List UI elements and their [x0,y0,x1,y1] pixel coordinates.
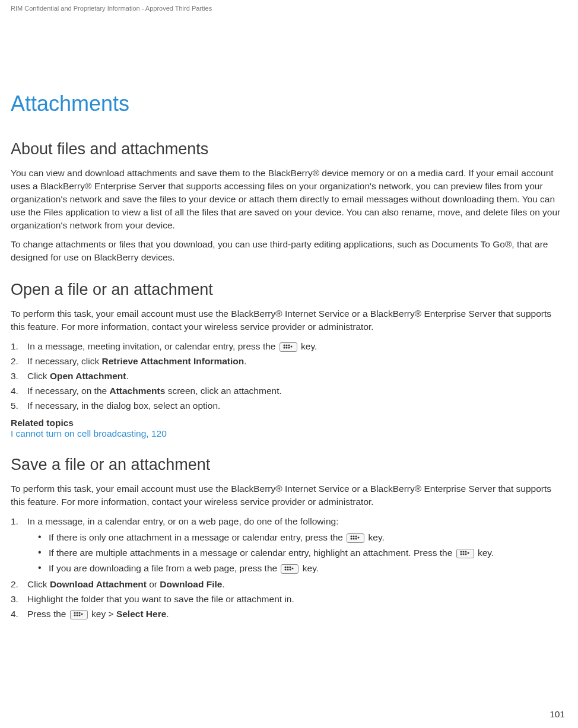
step-bold: Open Attachment [50,371,126,381]
svg-point-31 [76,615,78,616]
step-number: 1. [11,339,27,354]
open-step-1: 1. In a message, meeting invitation, or … [11,339,567,354]
step-text-post: . [222,579,224,589]
svg-point-18 [465,551,466,553]
open-intro: To perform this task, your email account… [11,307,567,333]
step-number: 3. [11,369,27,383]
step-text-post: . [126,371,129,381]
svg-point-5 [288,346,290,348]
step-number: 2. [11,354,27,368]
step-content: Click Download Attachment or Download Fi… [27,577,567,592]
bullet-content: If there are multiple attachments in a m… [49,546,567,560]
step-content: In a message, in a calendar entry, or on… [27,514,567,577]
step-content: If necessary, on the Attachments screen,… [27,384,567,398]
about-paragraph-1: You can view and download attachments an… [11,167,567,232]
svg-point-4 [288,344,290,346]
step-text-mid: key > [89,609,116,619]
svg-point-1 [285,344,287,346]
step-bold: Attachments [109,386,165,396]
bullet-icon: • [38,546,49,559]
step-text: Click [27,371,50,381]
step-content: Click Open Attachment. [27,369,567,383]
step-text: In a message, in a calendar entry, or on… [27,516,338,526]
save-steps-list: 1. In a message, in a calendar entry, or… [11,514,567,621]
menu-key-icon [280,342,297,352]
menu-key-icon [281,564,298,574]
svg-point-6 [290,345,292,347]
about-paragraph-2: To change attachments or files that you … [11,238,567,264]
bullet-icon: • [38,530,49,543]
svg-point-28 [74,612,75,614]
svg-point-3 [285,346,287,348]
bullet-text-post: key. [366,532,385,542]
svg-point-16 [460,554,462,555]
bullet-text-post: key. [300,563,319,573]
open-step-2: 2. If necessary, click Retrieve Attachme… [11,354,567,368]
step-content: If necessary, in the dialog box, select … [27,399,567,413]
step-number: 4. [11,607,27,621]
svg-point-10 [353,538,355,540]
svg-point-32 [78,612,80,614]
step-text: Press the [27,609,69,619]
related-topic-link[interactable]: I cannot turn on cell broadcasting, 120 [11,428,567,439]
step-text-post: . [244,356,246,366]
bullet-item: • If you are downloading a file from a w… [27,561,567,576]
menu-key-icon [70,610,88,619]
svg-point-33 [78,615,80,616]
svg-point-21 [285,567,287,568]
svg-point-26 [290,569,291,571]
svg-point-23 [285,569,287,571]
svg-point-27 [292,568,294,570]
step-text: If necessary, on the [27,386,109,396]
section-save-heading: Save a file or an attachment [11,456,567,474]
section-open-heading: Open a file or an attachment [11,281,567,299]
step-text-post: key. [298,341,317,351]
open-step-3: 3. Click Open Attachment. [11,369,567,383]
step-bold: Download File [160,579,222,589]
open-step-4: 4. If necessary, on the Attachments scre… [11,384,567,398]
bullet-text-post: key. [475,548,494,558]
step-text-post: . [166,609,169,619]
open-step-5: 5. If necessary, in the dialog box, sele… [11,399,567,413]
svg-point-30 [74,615,75,616]
bullet-item: • If there is only one attachment in a m… [27,530,567,545]
menu-key-icon [456,549,474,558]
svg-point-19 [465,554,466,555]
save-step-4: 4. Press the key > Select Here. [11,607,567,621]
step-number: 4. [11,384,27,398]
svg-point-2 [283,346,285,348]
step-content: Press the key > Select Here. [27,607,567,621]
step-number: 5. [11,399,27,413]
step-bold: Retrieve Attachment Information [101,356,244,366]
step-text: In a message, meeting invitation, or cal… [27,341,278,351]
bullet-text: If there is only one attachment in a mes… [49,532,345,542]
svg-point-9 [351,538,352,540]
save-intro: To perform this task, your email account… [11,482,567,508]
svg-point-15 [462,551,464,553]
svg-point-25 [290,567,291,568]
svg-point-0 [283,344,285,346]
step-number: 3. [11,592,27,606]
svg-point-12 [355,538,357,540]
svg-point-14 [460,551,462,553]
bullet-item: • If there are multiple attachments in a… [27,546,567,560]
svg-point-20 [467,552,469,554]
bullet-text: If there are multiple attachments in a m… [49,548,455,558]
section-about-heading: About files and attachments [11,140,567,158]
svg-point-22 [287,567,289,568]
svg-point-8 [353,536,355,538]
open-steps-list: 1. In a message, meeting invitation, or … [11,339,567,413]
related-topics-heading: Related topics [11,418,567,428]
svg-point-34 [81,613,82,615]
step-number: 1. [11,514,27,529]
step-content: If necessary, click Retrieve Attachment … [27,354,567,368]
header-confidential: RIM Confidential and Proprietary Informa… [11,0,567,14]
svg-point-17 [462,554,464,555]
step-content: Highlight the folder that you want to sa… [27,592,567,606]
save-step-3: 3. Highlight the folder that you want to… [11,592,567,606]
step-text: If necessary, click [27,356,101,366]
svg-point-29 [76,612,78,614]
step-text-post: screen, click an attachment. [165,386,281,396]
step-bold: Select Here [116,609,166,619]
page-number: 101 [550,709,565,720]
